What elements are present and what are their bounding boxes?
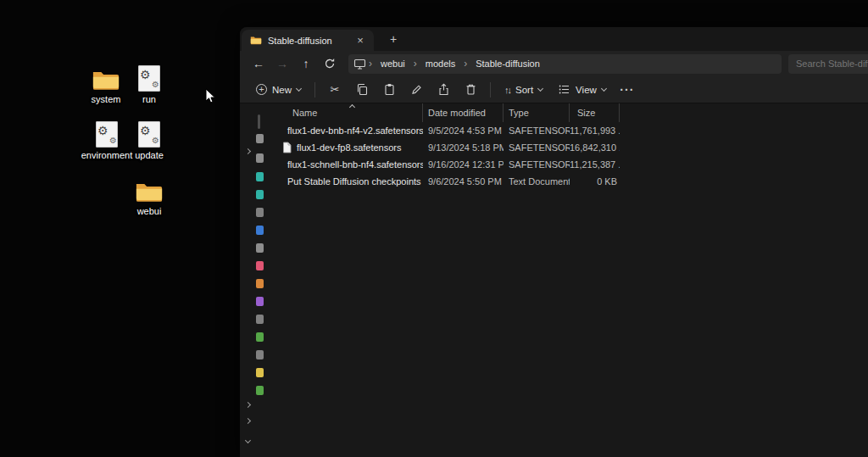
up-button[interactable]: ↑ [294, 53, 318, 74]
new-button-label: New [272, 85, 292, 95]
desktop-icon-run[interactable]: ⚙⚙ run [122, 63, 176, 104]
desktop-icon-label: webui [122, 206, 176, 216]
share-button[interactable] [431, 79, 456, 101]
sidebar-item-icon[interactable] [256, 368, 264, 377]
sidebar-item-icon[interactable] [256, 208, 264, 217]
search-input[interactable] [788, 54, 868, 74]
more-options-button[interactable]: ··· [615, 79, 640, 101]
chevron-down-icon[interactable] [245, 437, 251, 443]
chevron-right-icon[interactable] [245, 402, 251, 408]
toolbar-separator [314, 82, 315, 98]
computer-icon [353, 59, 366, 70]
sidebar-item-icon[interactable] [256, 172, 264, 181]
breadcrumb-item-stable-diffusion[interactable]: Stable-diffusion [470, 57, 546, 70]
command-bar: + New ✂ ↑↓ Sort [240, 76, 868, 103]
plus-icon: + [256, 84, 267, 95]
paste-icon [383, 83, 396, 96]
chevron-right-icon[interactable] [245, 148, 251, 154]
file-explorer-window: Stable-diffusion × + ← → ↑ › webui › mod… [240, 27, 868, 457]
file-type: SAFETENSORS File [504, 142, 570, 153]
sidebar-item-icon[interactable] [256, 153, 264, 163]
back-button[interactable]: ← [247, 53, 270, 74]
forward-button[interactable]: → [270, 53, 294, 74]
copy-icon [356, 83, 369, 96]
file-row[interactable]: flux1-dev-fp8.safetensors 9/13/2024 5:18… [264, 139, 868, 156]
sidebar-item-icon[interactable] [256, 386, 264, 395]
sort-button-label: Sort [515, 85, 533, 95]
folder-icon [250, 36, 262, 45]
refresh-button[interactable] [318, 53, 342, 74]
paste-button[interactable] [376, 79, 402, 101]
new-button[interactable]: + New [248, 80, 309, 99]
rename-icon [410, 83, 423, 96]
explorer-main: Name Date modified Type Size flux1-dev-b… [240, 103, 868, 457]
file-list: Name Date modified Type Size flux1-dev-b… [264, 103, 868, 457]
navigation-bar: ← → ↑ › webui › models › Stable-diffusio… [240, 51, 868, 76]
desktop-icon-update[interactable]: ⚙⚙ update [122, 119, 176, 160]
tab-stable-diffusion[interactable]: Stable-diffusion × [242, 30, 374, 51]
file-size: 11,761,993 ... [570, 125, 620, 136]
file-modified: 9/5/2024 4:53 PM [423, 125, 504, 136]
folder-icon [122, 175, 176, 203]
file-name: flux1-dev-fp8.safetensors [297, 142, 402, 153]
tab-close-icon[interactable]: × [353, 34, 367, 47]
sidebar-item-icon[interactable] [256, 332, 264, 342]
gear-file-icon: ⚙⚙ [122, 119, 176, 148]
trash-icon [465, 83, 477, 96]
desktop-icon-webui[interactable]: webui [122, 175, 176, 216]
sidebar-item-icon[interactable] [256, 226, 264, 235]
sidebar-item-icon[interactable] [256, 261, 264, 270]
chevron-right-icon: › [368, 58, 373, 70]
scissors-icon: ✂ [331, 83, 340, 96]
sidebar-item-icon[interactable] [256, 350, 264, 359]
sort-button[interactable]: ↑↓ Sort [497, 81, 550, 99]
file-type: SAFETENSORS File [504, 159, 570, 170]
tab-bar: Stable-diffusion × + [240, 27, 868, 51]
sidebar-item-icon[interactable] [256, 315, 264, 324]
scrollbar-thumb[interactable] [258, 114, 260, 129]
breadcrumb-item-webui[interactable]: webui [375, 57, 411, 70]
column-header-type[interactable]: Type [504, 103, 570, 122]
column-header-name[interactable]: Name [264, 103, 423, 122]
rename-button[interactable] [403, 79, 429, 101]
sidebar-item-icon[interactable] [256, 134, 264, 143]
desktop: system ⚙⚙ run ⚙⚙ environment ⚙⚙ update w… [0, 0, 868, 457]
file-name: flux1-dev-bnb-nf4-v2.safetensors [287, 125, 423, 136]
gear-file-icon: ⚙⚙ [122, 63, 176, 92]
chevron-right-icon[interactable] [245, 418, 251, 424]
refresh-icon [324, 58, 336, 70]
file-modified: 9/13/2024 5:18 PM [423, 142, 504, 153]
file-type: Text Document [504, 176, 570, 187]
file-size: 0 KB [570, 176, 620, 187]
column-header-modified[interactable]: Date modified [423, 103, 504, 122]
navigation-pane[interactable] [240, 103, 264, 457]
ellipsis-icon: ··· [620, 83, 634, 97]
sidebar-item-icon[interactable] [256, 190, 264, 199]
breadcrumb-item-models[interactable]: models [420, 57, 461, 70]
sidebar-item-icon[interactable] [256, 279, 264, 288]
chevron-right-icon: › [463, 58, 468, 70]
desktop-icon-label: run [122, 94, 176, 104]
file-size: 11,215,387 ... [570, 159, 620, 170]
new-tab-button[interactable]: + [385, 31, 402, 48]
column-header-size[interactable]: Size [570, 103, 620, 122]
share-icon [437, 83, 450, 96]
chevron-down-icon [537, 85, 543, 91]
mouse-cursor [205, 88, 216, 108]
file-row[interactable]: flux1-dev-bnb-nf4-v2.safetensors 9/5/202… [264, 122, 868, 139]
cut-button[interactable]: ✂ [322, 79, 348, 101]
view-button[interactable]: View [550, 79, 614, 100]
sort-arrows-icon: ↑↓ [504, 85, 510, 95]
sidebar-item-icon[interactable] [256, 243, 264, 253]
tab-title: Stable-diffusion [268, 36, 348, 46]
breadcrumb[interactable]: › webui › models › Stable-diffusion [348, 54, 782, 74]
sidebar-item-icon[interactable] [256, 297, 264, 306]
file-row[interactable]: Put Stable Diffusion checkpoints here 9/… [264, 173, 868, 190]
chevron-down-icon [296, 85, 302, 91]
file-row[interactable]: flux1-schnell-bnb-nf4.safetensors 9/16/2… [264, 156, 868, 173]
delete-button[interactable] [458, 79, 483, 101]
copy-button[interactable] [349, 79, 375, 101]
toolbar-separator [490, 82, 491, 98]
file-modified: 9/6/2024 5:50 PM [423, 176, 504, 187]
view-list-icon [558, 83, 570, 96]
